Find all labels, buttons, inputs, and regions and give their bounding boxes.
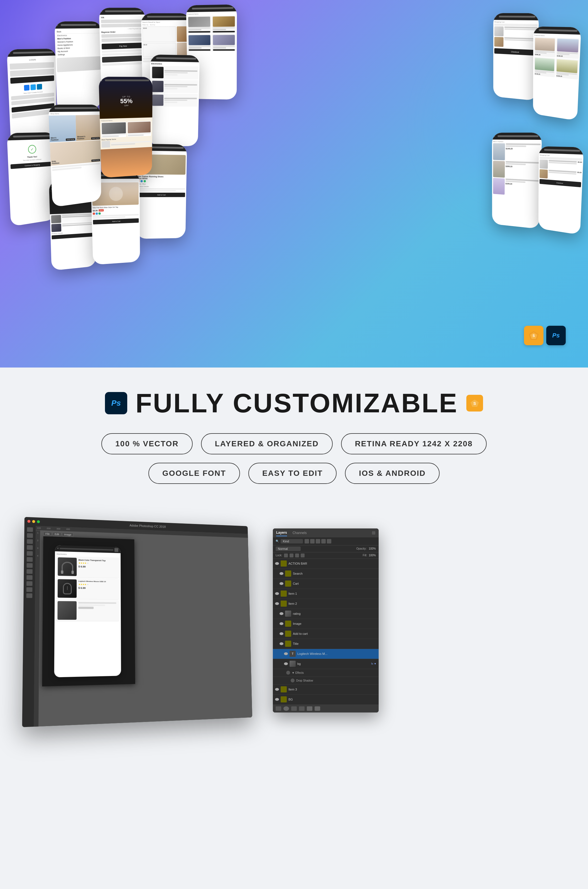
filter-shape-btn[interactable] <box>321 539 326 543</box>
layer-search[interactable]: Search <box>273 569 379 579</box>
layer-name-bg: bg <box>297 662 370 666</box>
layer-thumb-logitech: T <box>290 651 296 657</box>
layer-name-cart: Cart <box>293 582 376 585</box>
kind-select[interactable]: Kind <box>280 539 303 543</box>
layer-mask-btn[interactable] <box>291 706 297 711</box>
ps-tool-4 <box>27 545 33 550</box>
layer-bg-bottom[interactable]: BG <box>273 695 379 705</box>
layer-cart[interactable]: Cart <box>273 579 379 589</box>
layers-list: ACTION BAR Search Cart Item 1 <box>273 559 379 705</box>
layer-style-btn[interactable] <box>284 706 289 711</box>
main-title: FULLY CUSTOMIZABLE <box>136 390 458 417</box>
phone-cart-nav <box>494 13 539 20</box>
layer-eye-addtocart[interactable] <box>279 632 284 635</box>
layer-eye-bg-bottom[interactable] <box>275 698 279 701</box>
layer-name-image: Image <box>293 622 376 625</box>
filter-px-btn[interactable] <box>304 539 309 543</box>
layers-menu-icon[interactable] <box>372 531 375 535</box>
ps-tool-12 <box>26 593 32 598</box>
layer-eye-rating[interactable] <box>279 612 284 615</box>
ps-dot-yellow <box>32 520 35 523</box>
layer-action-bar[interactable]: ACTION BAR <box>273 559 379 569</box>
sketch-badge: S <box>524 326 543 345</box>
layer-eye-item3[interactable] <box>275 688 279 691</box>
ps-toolbar-left <box>22 525 36 727</box>
filter-text-btn[interactable] <box>316 539 320 543</box>
ps-tool-6 <box>27 557 33 562</box>
layer-item2[interactable]: Item 2 <box>273 599 379 609</box>
layers-opacity-row: Normal Opacity: 100% <box>273 546 379 552</box>
layer-eye-item2[interactable] <box>275 602 279 605</box>
new-adj-btn[interactable] <box>299 706 304 711</box>
layer-eye-item1[interactable] <box>275 592 279 595</box>
ps-canvas-area: 100 200 300 400 1 2 3 4 <box>34 526 252 727</box>
phone-thankyou: ✓ Thank You! Your order has been confirm… <box>7 132 55 226</box>
layer-effects-icon <box>286 671 290 675</box>
lock-icon-2[interactable] <box>290 553 294 558</box>
layers-footer <box>273 705 379 712</box>
filter-smart-btn[interactable] <box>327 539 331 543</box>
layer-add-to-cart[interactable]: Add to cart <box>273 629 379 639</box>
phone-fashion-featured: UP TO 55% OFF Featured Items <box>99 77 153 178</box>
layer-title[interactable]: Title <box>273 639 379 649</box>
layer-name-logitech: Logitech Wireless M... <box>297 652 376 655</box>
layer-bg[interactable]: bg fx ▼ <box>273 659 379 669</box>
layer-thumb-image <box>285 621 291 627</box>
layer-item3[interactable]: Item 3 <box>273 685 379 695</box>
fill-value: 100% <box>369 554 376 557</box>
channels-tab[interactable]: Channels <box>292 531 307 535</box>
layer-eye-bg[interactable] <box>284 663 288 665</box>
fill-label: Fill: <box>363 554 367 557</box>
ps-badge: Ps <box>546 326 566 345</box>
thank-you-check: ✓ <box>28 145 36 154</box>
layer-eye-action-bar[interactable] <box>275 562 279 565</box>
layer-eye-cart[interactable] <box>279 582 284 585</box>
lock-icon-3[interactable] <box>295 553 299 558</box>
tool-badges: S Ps <box>524 326 566 345</box>
ps-tool-10 <box>27 581 33 586</box>
phone-search-nav <box>141 13 190 20</box>
layers-tab[interactable]: Layers <box>276 529 287 536</box>
pill-ios-android: IOS & ANDROID <box>345 463 440 484</box>
layer-eye-title[interactable] <box>279 642 284 645</box>
layer-name-item3: Item 3 <box>288 688 376 691</box>
layer-thumb-action-bar <box>280 561 287 567</box>
layer-image[interactable]: Image <box>273 619 379 629</box>
layers-lock-row: Lock: Fill: 100% <box>273 552 379 559</box>
ps-tool-3 <box>27 539 33 544</box>
lock-icon-4[interactable] <box>301 553 304 558</box>
phone-electronics: Electronics <box>150 55 200 147</box>
hero-section: LOGIN New User? Create Account <box>0 0 588 367</box>
layer-thumb-item3 <box>280 686 287 693</box>
blend-mode-select[interactable]: Normal <box>276 547 301 551</box>
delete-layer-btn[interactable] <box>315 706 320 711</box>
layer-item1[interactable]: Item 1 <box>273 589 379 599</box>
opacity-label: Opacity: <box>356 547 367 550</box>
layer-name-item1: Item 1 <box>288 592 376 595</box>
filter-adj-btn[interactable] <box>310 539 315 543</box>
layer-name-bg-bottom: BG <box>288 698 376 701</box>
ps-tool-2 <box>27 533 33 538</box>
layer-logitech[interactable]: T Logitech Wireless M... <box>273 649 379 659</box>
pill-retina: RETINA READY 1242 X 2208 <box>341 433 487 454</box>
lock-icon-1[interactable] <box>284 553 288 558</box>
layer-eye-search[interactable] <box>279 572 284 575</box>
ps-tool-1 <box>27 527 33 532</box>
phone-menu: Back Electronics Men's Fashion Women's F… <box>54 21 102 112</box>
layer-thumb-rating <box>285 610 291 617</box>
layer-fx-bg: fx ▼ <box>371 663 376 665</box>
layer-name-title: Title <box>293 642 376 645</box>
layer-rating[interactable]: rating <box>273 609 379 619</box>
new-group-btn[interactable] <box>276 706 281 711</box>
phone-electronics-nav <box>150 55 200 62</box>
new-layer-btn[interactable] <box>307 706 312 711</box>
layer-effects-name: ▼ Effects <box>292 671 304 674</box>
layer-thumb-bg-bottom <box>280 696 287 702</box>
ps-dot-green <box>37 520 40 523</box>
layer-name-search: Search <box>293 572 376 575</box>
layer-thumb-bg <box>290 661 296 667</box>
layer-name-addtocart: Add to cart <box>293 632 376 636</box>
layer-eye-logitech[interactable] <box>284 652 288 655</box>
layer-eye-image[interactable] <box>279 622 284 625</box>
lock-label: Lock: <box>276 554 282 557</box>
